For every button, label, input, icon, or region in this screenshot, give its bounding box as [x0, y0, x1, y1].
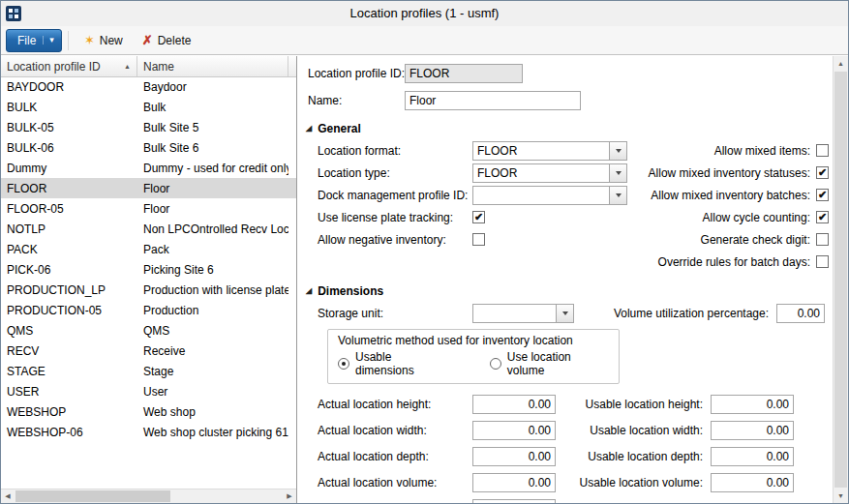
- table-row[interactable]: STAGE Stage: [1, 361, 296, 381]
- location-format-label: Location format:: [318, 144, 472, 158]
- table-row[interactable]: BAYDOOR Baydoor: [1, 76, 296, 97]
- negative-inventory-checkbox[interactable]: [472, 233, 485, 246]
- dock-profile-combo[interactable]: [472, 186, 627, 205]
- maximum-weight-field[interactable]: 0.00: [472, 499, 556, 504]
- row-location-profile-id: BAYDOOR: [1, 80, 137, 94]
- table-row[interactable]: BULK-05 Bulk Site 5: [1, 117, 296, 137]
- location-type-label: Location type:: [318, 166, 472, 180]
- dimensions-group-header[interactable]: ◢ Dimensions: [306, 284, 833, 298]
- general-group-header[interactable]: ◢ General: [306, 122, 833, 135]
- new-button-label: New: [100, 34, 123, 47]
- usable-volume-label: Usable location volume:: [556, 476, 703, 489]
- general-group: ◢ General Location format: FLOOR Locatio…: [298, 122, 833, 273]
- actual-volume-field: 0.00: [472, 473, 556, 492]
- new-button[interactable]: ✶ New: [75, 31, 133, 50]
- table-row[interactable]: QMS QMS: [1, 320, 296, 341]
- scrollbar-thumb[interactable]: [834, 72, 847, 488]
- row-name: Floor: [137, 182, 288, 195]
- row-name: Web shop: [137, 405, 288, 419]
- table-row[interactable]: WEBSHOP-06 Web shop cluster picking 61: [1, 422, 296, 442]
- storage-unit-label: Storage unit:: [318, 307, 472, 320]
- collapse-icon: ◢: [306, 287, 312, 295]
- table-row[interactable]: PRODUCTION_LP Production with license pl…: [1, 280, 296, 300]
- batch-days-checkbox[interactable]: [816, 255, 829, 268]
- usable-depth-label: Usable location depth:: [556, 450, 703, 463]
- row-name: Production: [137, 304, 288, 317]
- cycle-counting-checkbox[interactable]: ✔: [816, 211, 829, 223]
- table-row[interactable]: PRODUCTION-05 Production: [1, 300, 296, 320]
- table-row[interactable]: Dummy Dummy - used for credit only: [1, 158, 296, 178]
- usable-dimensions-radio[interactable]: Usable dimensions: [338, 350, 451, 377]
- usable-width-field[interactable]: 0.00: [711, 421, 794, 440]
- horizontal-scrollbar[interactable]: ◀ ▶: [1, 489, 296, 503]
- location-type-combo[interactable]: FLOOR: [472, 163, 627, 183]
- actual-depth-field[interactable]: 0.00: [472, 447, 556, 466]
- table-row[interactable]: BULK-06 Bulk Site 6: [1, 137, 296, 158]
- scroll-down-icon[interactable]: ▼: [834, 489, 848, 503]
- table-row[interactable]: WEBSHOP Web shop: [1, 401, 296, 422]
- usable-width-label: Usable location width:: [556, 424, 703, 437]
- usable-dimensions-radio-label: Usable dimensions: [355, 350, 451, 377]
- dimensions-group-title: Dimensions: [318, 284, 383, 298]
- title-bar: Location profiles (1 - usmf): [1, 1, 848, 27]
- table-row[interactable]: BULK Bulk: [1, 97, 296, 117]
- actual-height-field[interactable]: 0.00: [472, 395, 556, 414]
- collapse-icon: ◢: [306, 125, 312, 133]
- row-location-profile-id: PICK-06: [1, 263, 137, 277]
- chevron-down-icon[interactable]: [556, 305, 573, 322]
- dock-profile-label: Dock management profile ID:: [318, 189, 472, 202]
- table-row[interactable]: PICK-06 Picking Site 6: [1, 259, 296, 280]
- chevron-down-icon[interactable]: [609, 142, 626, 160]
- use-location-volume-radio[interactable]: Use location volume: [490, 350, 609, 377]
- scroll-left-icon[interactable]: ◀: [1, 489, 15, 503]
- actual-width-field[interactable]: 0.00: [472, 421, 556, 440]
- chevron-down-icon: ▾: [43, 36, 54, 44]
- column-header-label: Name: [143, 60, 174, 74]
- usable-depth-field[interactable]: 0.00: [711, 447, 794, 466]
- scrollbar-thumb[interactable]: [15, 490, 170, 502]
- row-name: Picking Site 6: [137, 263, 288, 277]
- location-format-combo[interactable]: FLOOR: [472, 141, 627, 161]
- scroll-up-icon[interactable]: ▲: [834, 56, 848, 71]
- table-row[interactable]: NOTLP Non LPCOntrolled Recv Loca: [1, 219, 296, 239]
- delete-button[interactable]: ✗ Delete: [133, 31, 201, 50]
- general-group-title: General: [318, 122, 361, 135]
- scroll-right-icon[interactable]: ▶: [283, 489, 296, 503]
- check-digit-checkbox[interactable]: [816, 233, 829, 246]
- row-name: QMS: [137, 324, 288, 338]
- column-header-name[interactable]: Name: [137, 56, 288, 76]
- mixed-batches-checkbox[interactable]: ✔: [816, 189, 829, 201]
- usable-height-label: Usable location height:: [556, 398, 703, 411]
- license-plate-checkbox[interactable]: ✔: [472, 211, 485, 223]
- delete-x-icon: ✗: [142, 34, 153, 46]
- table-row[interactable]: RECV Receive: [1, 341, 296, 361]
- profile-id-field[interactable]: FLOOR: [405, 64, 523, 83]
- volume-utilization-field[interactable]: 0.00: [776, 304, 825, 323]
- name-label: Name:: [308, 94, 405, 107]
- radio-icon: [490, 358, 501, 370]
- name-field[interactable]: Floor: [405, 91, 581, 110]
- chevron-down-icon[interactable]: [609, 187, 626, 204]
- storage-unit-combo[interactable]: [472, 304, 574, 323]
- row-location-profile-id: FLOOR-05: [1, 202, 137, 216]
- volumetric-method-group: Volumetric method used for inventory loc…: [327, 329, 620, 384]
- row-location-profile-id: PRODUCTION_LP: [1, 283, 137, 297]
- check-digit-label: Generate check digit:: [701, 233, 810, 247]
- mixed-statuses-checkbox[interactable]: ✔: [816, 166, 829, 179]
- table-row[interactable]: PACK Pack: [1, 239, 296, 259]
- usable-volume-field: 0.00: [711, 473, 794, 492]
- row-location-profile-id: BULK-06: [1, 141, 137, 155]
- row-name: Bulk: [137, 101, 288, 114]
- vertical-scrollbar[interactable]: ▲ ▼: [833, 56, 848, 503]
- table-row[interactable]: FLOOR Floor: [1, 178, 296, 198]
- actual-width-label: Actual location width:: [318, 424, 472, 437]
- table-row[interactable]: FLOOR-05 Floor: [1, 198, 296, 219]
- grid-header: Location profile ID ▲ Name: [1, 56, 296, 77]
- usable-height-field[interactable]: 0.00: [711, 395, 794, 414]
- mixed-items-checkbox[interactable]: [816, 144, 829, 157]
- column-header-location-profile-id[interactable]: Location profile ID ▲: [1, 56, 137, 76]
- chevron-down-icon[interactable]: [609, 164, 626, 182]
- table-row[interactable]: USER User: [1, 381, 296, 401]
- column-header-label: Location profile ID: [7, 60, 101, 74]
- file-menu-button[interactable]: File ▾: [6, 29, 62, 52]
